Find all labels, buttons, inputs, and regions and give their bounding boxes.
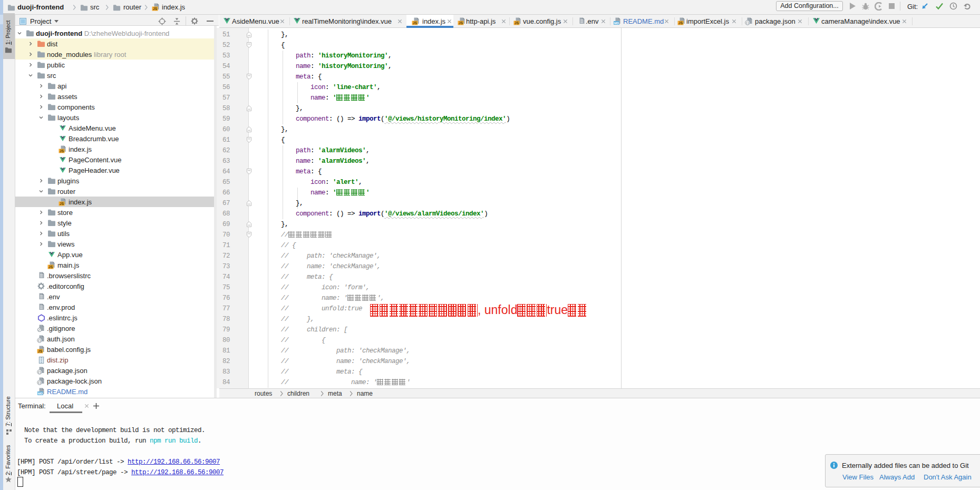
svg-text:JS: JS xyxy=(48,265,53,269)
svg-text:JS: JS xyxy=(38,349,43,353)
svg-text:JS: JS xyxy=(515,21,519,25)
svg-text:{}: {} xyxy=(37,370,41,374)
svg-text:MD: MD xyxy=(38,392,43,395)
svg-text:{}: {} xyxy=(37,381,41,385)
svg-text:JS: JS xyxy=(678,21,683,25)
svg-text:MD: MD xyxy=(614,22,619,25)
svg-text:JS: JS xyxy=(153,7,158,11)
svg-text:JS: JS xyxy=(60,202,64,205)
svg-text:{}: {} xyxy=(745,21,749,25)
svg-text:JS: JS xyxy=(60,149,64,153)
svg-text:{}: {} xyxy=(37,339,41,342)
svg-text:JS: JS xyxy=(459,21,463,25)
svg-text:JS: JS xyxy=(413,21,418,25)
